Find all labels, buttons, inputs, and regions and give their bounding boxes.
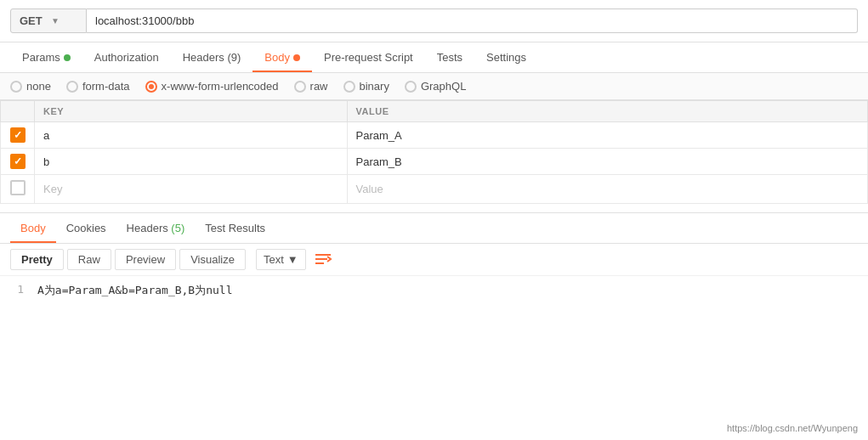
pre-request-label: Pre-request Script — [324, 51, 413, 64]
headers-label: Headers (9) — [183, 51, 241, 64]
radio-urlencoded[interactable]: x-www-form-urlencoded — [145, 80, 279, 93]
fmt-visualize[interactable]: Visualize — [179, 249, 246, 270]
radio-none-circle — [10, 81, 22, 93]
response-section: Body Cookies Headers (5) Test Results Pr… — [0, 212, 868, 305]
fmt-pretty[interactable]: Pretty — [10, 249, 64, 270]
body-dot — [293, 54, 300, 61]
radio-urlencoded-circle — [145, 81, 157, 93]
fmt-raw[interactable]: Raw — [67, 249, 111, 270]
url-input[interactable] — [87, 8, 858, 33]
row1-value[interactable]: Param_A — [347, 122, 867, 149]
body-label: Body — [264, 51, 290, 64]
tab-params[interactable]: Params — [10, 42, 82, 72]
resp-tab-cookies[interactable]: Cookies — [56, 213, 116, 243]
code-area: 1 A为a=Param_A&b=Param_B,B为null — [0, 276, 868, 305]
radio-binary-circle — [343, 81, 355, 93]
radio-graphql-circle — [405, 81, 417, 93]
row1-checkbox-cell[interactable] — [1, 122, 35, 149]
method-label: GET — [20, 14, 46, 27]
row3-key[interactable]: Key — [35, 175, 348, 204]
params-dot — [64, 54, 71, 61]
tab-pre-request[interactable]: Pre-request Script — [312, 42, 425, 72]
params-area: KEY VALUE a Param_A b Param_B — [0, 100, 868, 204]
row1-checkbox[interactable] — [10, 127, 26, 143]
radio-none[interactable]: none — [10, 80, 51, 93]
resp-body-label: Body — [20, 222, 46, 234]
radio-binary-label: binary — [360, 80, 389, 93]
text-dropdown-label: Text — [264, 253, 284, 266]
code-line-1: A为a=Param_A&b=Param_B,B为null — [37, 283, 233, 298]
footer-link: https://blog.csdn.net/Wyunpeng — [727, 423, 858, 433]
radio-raw-label: raw — [310, 80, 328, 93]
radio-none-label: none — [26, 80, 51, 93]
tab-headers[interactable]: Headers (9) — [171, 42, 253, 72]
settings-label: Settings — [486, 51, 526, 64]
table-row: Key Value — [1, 175, 868, 204]
radio-binary[interactable]: binary — [343, 80, 389, 93]
resp-headers-badge: (5) — [171, 222, 184, 234]
radio-graphql-label: GraphQL — [421, 80, 466, 93]
method-select[interactable]: GET ▼ — [10, 8, 87, 33]
body-type-row: none form-data x-www-form-urlencoded raw… — [0, 73, 868, 100]
resp-cookies-label: Cookies — [66, 222, 106, 234]
radio-form-data-circle — [66, 81, 78, 93]
radio-raw[interactable]: raw — [294, 80, 328, 93]
tabs-nav: Params Authorization Headers (9) Body Pr… — [0, 42, 868, 73]
tab-body[interactable]: Body — [252, 42, 312, 72]
resp-tab-test-results[interactable]: Test Results — [195, 213, 275, 243]
row3-checkbox-cell[interactable] — [1, 175, 35, 204]
table-row: a Param_A — [1, 122, 868, 149]
row3-checkbox[interactable] — [10, 180, 26, 195]
radio-form-data[interactable]: form-data — [66, 80, 130, 93]
resp-test-results-label: Test Results — [205, 222, 265, 234]
tests-label: Tests — [437, 51, 462, 64]
text-dropdown[interactable]: Text ▼ — [256, 249, 306, 270]
kv-table: KEY VALUE a Param_A b Param_B — [0, 100, 868, 204]
wrap-icon[interactable] — [313, 250, 333, 270]
format-row: Pretty Raw Preview Visualize Text ▼ — [0, 244, 868, 276]
radio-raw-circle — [294, 81, 306, 93]
method-arrow: ▼ — [51, 16, 77, 25]
line-number-1: 1 — [10, 283, 24, 296]
radio-graphql[interactable]: GraphQL — [405, 80, 466, 93]
radio-urlencoded-label: x-www-form-urlencoded — [162, 80, 279, 93]
tab-tests[interactable]: Tests — [425, 42, 474, 72]
response-tabs: Body Cookies Headers (5) Test Results — [0, 213, 868, 244]
col-value: VALUE — [347, 101, 867, 122]
resp-tab-body[interactable]: Body — [10, 213, 56, 243]
text-dropdown-arrow: ▼ — [287, 253, 298, 266]
row2-value[interactable]: Param_B — [347, 149, 867, 175]
wrap-svg — [314, 251, 332, 269]
row2-checkbox[interactable] — [10, 154, 26, 169]
resp-tab-headers[interactable]: Headers (5) — [116, 213, 196, 243]
row3-value[interactable]: Value — [347, 175, 867, 204]
row2-key[interactable]: b — [35, 149, 348, 175]
url-bar: GET ▼ — [0, 0, 868, 42]
resp-headers-label: Headers — [127, 222, 172, 234]
params-label: Params — [22, 51, 60, 64]
table-row: b Param_B — [1, 149, 868, 175]
radio-form-data-label: form-data — [82, 80, 130, 93]
col-checkbox — [1, 101, 35, 122]
footer-url: https://blog.csdn.net/Wyunpeng — [727, 423, 858, 433]
col-key: KEY — [35, 101, 348, 122]
tab-settings[interactable]: Settings — [474, 42, 538, 72]
tab-authorization[interactable]: Authorization — [82, 42, 171, 72]
fmt-preview[interactable]: Preview — [115, 249, 176, 270]
authorization-label: Authorization — [94, 51, 159, 64]
row1-key[interactable]: a — [35, 122, 348, 149]
row2-checkbox-cell[interactable] — [1, 149, 35, 175]
